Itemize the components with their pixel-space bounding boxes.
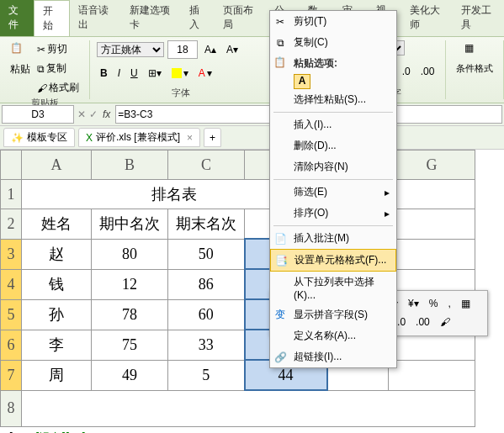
ctx-define-name[interactable]: 定义名称(A)...	[270, 325, 396, 346]
cut-button[interactable]: ✂剪切	[34, 40, 82, 58]
status-text: 0] ↑ 0;[绿色][<0] ↓	[0, 427, 504, 433]
mini-condfmt[interactable]: ▦	[458, 296, 474, 311]
table-cell[interactable]: 33	[168, 330, 245, 360]
col-A[interactable]: A	[22, 150, 92, 180]
font-select[interactable]: 方正姚体	[97, 42, 164, 57]
mini-percent[interactable]: %	[426, 296, 442, 311]
table-cell[interactable]: 赵	[22, 239, 92, 269]
col-B[interactable]: B	[92, 150, 168, 180]
conditional-format-button[interactable]: ▦ 条件格式	[453, 40, 496, 77]
row-2[interactable]: 2	[1, 209, 22, 240]
hdr-name[interactable]: 姓名	[22, 209, 92, 240]
col-C[interactable]: C	[168, 150, 245, 180]
paste-icon: 📋	[273, 56, 286, 68]
format-icon: 📑	[274, 254, 288, 267]
border-button[interactable]: ⊞▾	[145, 66, 165, 81]
copy-icon: ⧉	[37, 63, 45, 75]
ctx-copy[interactable]: ⧉复制(C)	[270, 32, 396, 53]
table-cell[interactable]: 60	[168, 299, 245, 330]
mini-comma[interactable]: ,	[444, 296, 454, 311]
link-icon: 🔗	[273, 351, 287, 364]
row-3[interactable]: 3	[1, 239, 22, 269]
ctx-pinyin[interactable]: 变显示拼音字段(S)	[270, 304, 396, 325]
hdr-mid[interactable]: 期中名次	[92, 209, 168, 240]
table-cell[interactable]: 李	[22, 330, 92, 360]
name-box[interactable]	[2, 105, 74, 124]
underline-button[interactable]: U	[127, 66, 141, 81]
cancel-icon[interactable]: ✕	[77, 108, 86, 120]
mini-brush[interactable]: 🖌	[437, 314, 454, 330]
ctx-comment[interactable]: 📄插入批注(M)	[270, 228, 396, 249]
table-cell[interactable]: 50	[168, 239, 245, 269]
doctab-add[interactable]: +	[204, 128, 221, 147]
table-cell[interactable]: 86	[168, 269, 245, 299]
tab-file[interactable]: 文件	[0, 0, 34, 36]
font-size-input[interactable]	[167, 40, 198, 59]
sparkle-icon: ✨	[11, 132, 24, 144]
format-painter-button[interactable]: 🖌格式刷	[34, 79, 82, 97]
ctx-paste-options-label: 📋粘贴选项:	[270, 53, 396, 74]
fill-color-button[interactable]: ▾	[168, 66, 192, 81]
table-cell[interactable]: 75	[92, 330, 168, 360]
row-6[interactable]: 6	[1, 330, 22, 360]
paste-option-values[interactable]: A	[294, 74, 310, 89]
bold-button[interactable]: B	[97, 66, 111, 81]
row-8[interactable]: 8	[1, 390, 22, 427]
hdr-final[interactable]: 期末名次	[168, 209, 245, 240]
context-menu: ✂剪切(T) ⧉复制(C) 📋粘贴选项: A 选择性粘贴(S)... 插入(I)…	[269, 10, 397, 368]
font-color-button[interactable]: A▾	[195, 66, 215, 81]
col-G[interactable]: G	[389, 150, 475, 180]
decrease-decimal-button[interactable]: .00	[417, 64, 438, 79]
ctx-clear[interactable]: 清除内容(N)	[270, 156, 396, 177]
increase-font-button[interactable]: A▴	[201, 42, 220, 57]
ctx-delete[interactable]: 删除(D)...	[270, 135, 396, 156]
accept-icon[interactable]: ✓	[89, 108, 98, 120]
row-1[interactable]: 1	[1, 180, 22, 209]
tab-dev[interactable]: 开发工具	[453, 0, 504, 36]
tab-layout[interactable]: 页面布局	[215, 0, 266, 36]
doctab-template[interactable]: ✨模板专区	[3, 128, 75, 147]
row-5[interactable]: 5	[1, 299, 22, 330]
ctx-dropdown[interactable]: 从下拉列表中选择(K)...	[270, 272, 396, 304]
tab-beauty[interactable]: 美化大师	[401, 0, 453, 36]
close-icon[interactable]: ×	[187, 132, 193, 144]
tab-insert[interactable]: 插入	[181, 0, 215, 36]
ctx-paste-special[interactable]: 选择性粘贴(S)...	[270, 89, 396, 110]
excel-icon: X	[86, 132, 93, 144]
table-cell[interactable]: 80	[92, 239, 168, 269]
table-cell[interactable]: 5	[168, 360, 245, 390]
mini-dec-dec[interactable]: .00	[412, 314, 433, 330]
ctx-sort[interactable]: 排序(O)▸	[270, 203, 396, 224]
ctx-filter[interactable]: 筛选(E)▸	[270, 182, 396, 203]
condfmt-icon: ▦	[464, 42, 485, 62]
table-cell[interactable]: 周	[22, 360, 92, 390]
tab-newtab[interactable]: 新建选项卡	[121, 0, 181, 36]
pinyin-icon: 变	[273, 309, 287, 322]
copy-button[interactable]: ⧉复制	[34, 60, 82, 77]
tab-voice[interactable]: 语音读出	[70, 0, 121, 36]
paste-icon: 📋	[10, 42, 30, 62]
table-cell[interactable]: 78	[92, 299, 168, 330]
doctab-file[interactable]: X评价.xls [兼容模式]×	[78, 128, 200, 147]
table-cell[interactable]: 12	[92, 269, 168, 299]
table-cell[interactable]: 49	[92, 360, 168, 390]
row-7[interactable]: 7	[1, 360, 22, 390]
scissors-icon: ✂	[37, 44, 45, 55]
table-cell[interactable]: 孙	[22, 299, 92, 330]
row-4[interactable]: 4	[1, 269, 22, 299]
italic-button[interactable]: I	[114, 66, 124, 81]
ctx-format-cells[interactable]: 📑设置单元格格式(F)...	[270, 249, 396, 272]
scissors-icon: ✂	[273, 15, 287, 29]
ctx-hyperlink[interactable]: 🔗超链接(I)...	[270, 346, 396, 367]
paste-button[interactable]: 📋 粘贴	[7, 40, 34, 97]
ctx-insert[interactable]: 插入(I)...	[270, 114, 396, 135]
ctx-cut[interactable]: ✂剪切(T)	[270, 11, 396, 32]
table-cell[interactable]: 钱	[22, 269, 92, 299]
brush-icon: 🖌	[37, 82, 47, 94]
increase-decimal-button[interactable]: .0	[399, 64, 414, 79]
decrease-font-button[interactable]: A▾	[223, 42, 241, 57]
tab-start[interactable]: 开始	[34, 0, 69, 36]
fx-icon[interactable]: fx	[103, 108, 110, 120]
font-group-label: 字体	[97, 87, 265, 99]
mini-currency[interactable]: ¥▾	[405, 296, 422, 311]
